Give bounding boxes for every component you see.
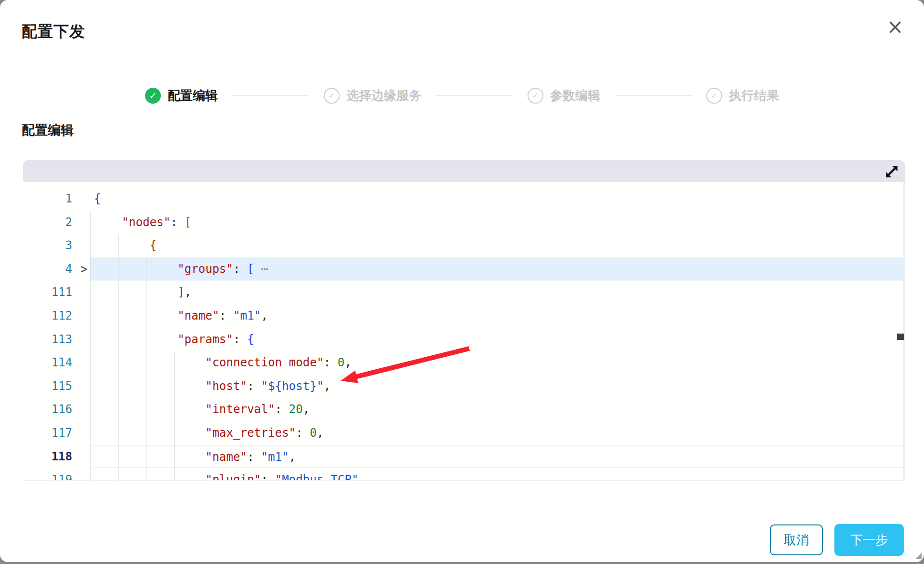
code-line-content[interactable]: { bbox=[90, 187, 905, 211]
code-line-content[interactable]: "plugin": "Modbus TCP" bbox=[90, 468, 905, 481]
code-line[interactable]: 117"max_retries": 0, bbox=[23, 421, 905, 445]
code-line-content[interactable]: "max_retries": 0, bbox=[90, 421, 905, 445]
code-token: "m1" bbox=[233, 309, 261, 322]
code-line[interactable]: 115"host": "${host}", bbox=[23, 375, 905, 398]
code-line[interactable]: 116"interval": 20, bbox=[23, 398, 905, 421]
code-token: "plugin" bbox=[205, 473, 261, 481]
step-label: 选择边缘服务 bbox=[346, 87, 422, 104]
code-token: : bbox=[275, 403, 289, 416]
code-line-content[interactable]: "name": "m1", bbox=[90, 304, 905, 328]
code-token: "nodes" bbox=[122, 215, 171, 229]
code-token: "interval" bbox=[205, 403, 275, 416]
code-token: "groups" bbox=[177, 262, 233, 276]
section-heading: 配置编辑 bbox=[22, 121, 74, 139]
code-line-content[interactable]: "groups": [ ⋯ bbox=[90, 257, 905, 281]
stepper-connector bbox=[615, 95, 692, 96]
code-line[interactable]: 3{ bbox=[23, 234, 905, 257]
fold-chevron-icon[interactable]: > bbox=[80, 255, 87, 282]
code-line-content[interactable]: "host": "${host}", bbox=[90, 375, 905, 398]
editor-body[interactable]: 1{2"nodes": [3{4>"groups": [ ⋯111],112"n… bbox=[23, 182, 905, 481]
code-token: : bbox=[247, 379, 261, 393]
code-token: [ bbox=[247, 262, 254, 276]
code-token: 0 bbox=[338, 356, 344, 369]
close-button[interactable]: × bbox=[883, 14, 908, 40]
code-token: "host" bbox=[205, 379, 247, 393]
code-token: : bbox=[247, 450, 261, 464]
code-line-content[interactable]: ], bbox=[90, 281, 905, 304]
stepper-connector bbox=[232, 95, 309, 96]
step-param-edit: ✓ 参数编辑 bbox=[528, 87, 600, 104]
step-exec-result: ✓ 执行结果 bbox=[706, 87, 779, 104]
code-token: "max_retries" bbox=[205, 426, 296, 440]
gutter: 3 bbox=[23, 234, 90, 257]
code-token: : bbox=[233, 262, 247, 276]
next-step-button[interactable]: 下一步 bbox=[834, 524, 904, 556]
code-token: "name" bbox=[177, 309, 219, 322]
code-line[interactable]: 113"params": { bbox=[23, 328, 905, 351]
gutter: 4> bbox=[23, 257, 90, 281]
step-wait-check-icon: ✓ bbox=[324, 88, 340, 104]
line-number: 1 bbox=[66, 187, 72, 211]
step-label: 参数编辑 bbox=[550, 87, 600, 104]
code-token: : bbox=[219, 309, 233, 322]
code-token: , bbox=[261, 309, 268, 322]
json-code-editor: 1{2"nodes": [3{4>"groups": [ ⋯111],112"n… bbox=[23, 160, 905, 480]
code-token: , bbox=[344, 356, 351, 369]
dialog-header: 配置下发 × bbox=[0, 0, 924, 56]
code-token: "connection_mode" bbox=[205, 356, 324, 369]
wizard-stepper: ✓ 配置编辑 ✓ 选择边缘服务 ✓ 参数编辑 ✓ 执行结果 bbox=[0, 85, 924, 106]
code-token: , bbox=[289, 450, 296, 464]
code-line-content[interactable]: "interval": 20, bbox=[90, 398, 905, 421]
code-token: , bbox=[185, 285, 191, 299]
code-line[interactable]: 111], bbox=[23, 281, 905, 304]
line-number: 4 bbox=[66, 257, 72, 281]
code-line[interactable]: 119"plugin": "Modbus TCP" bbox=[23, 468, 905, 481]
code-token: : bbox=[324, 356, 338, 369]
code-line-content[interactable]: "connection_mode": 0, bbox=[90, 351, 905, 375]
code-line-content[interactable]: "params": { bbox=[90, 328, 905, 351]
code-line-content[interactable]: { bbox=[90, 234, 905, 257]
code-line-content[interactable]: "name": "m1", bbox=[90, 445, 905, 469]
line-number: 115 bbox=[52, 375, 72, 398]
code-token: { bbox=[94, 192, 101, 205]
code-lines: 1{2"nodes": [3{4>"groups": [ ⋯111],112"n… bbox=[23, 187, 905, 481]
step-config-edit: ✓ 配置编辑 bbox=[145, 87, 218, 104]
line-number: 3 bbox=[66, 234, 72, 257]
code-token: "${host}" bbox=[261, 379, 324, 393]
code-line-content[interactable]: "nodes": [ bbox=[90, 211, 905, 234]
step-label: 配置编辑 bbox=[168, 87, 218, 104]
code-token: { bbox=[150, 239, 157, 252]
step-wait-check-icon: ✓ bbox=[706, 88, 722, 104]
line-number: 2 bbox=[66, 211, 72, 234]
editor-scrollbar-thumb[interactable] bbox=[897, 334, 904, 340]
step-wait-check-icon: ✓ bbox=[528, 88, 543, 104]
resize-grip[interactable] bbox=[915, 553, 922, 559]
gutter: 116 bbox=[23, 398, 90, 421]
line-number: 118 bbox=[52, 445, 72, 469]
line-number: 114 bbox=[52, 351, 72, 375]
code-token: "m1" bbox=[261, 450, 289, 464]
gutter: 113 bbox=[23, 328, 90, 351]
cancel-button[interactable]: 取消 bbox=[770, 524, 823, 555]
step-done-check-icon: ✓ bbox=[145, 88, 161, 104]
gutter: 2 bbox=[23, 211, 90, 234]
code-token: "params" bbox=[177, 333, 233, 346]
gutter: 115 bbox=[23, 375, 90, 398]
code-token: : bbox=[233, 333, 247, 346]
code-token: "name" bbox=[205, 450, 247, 464]
code-token: ⋯ bbox=[254, 262, 268, 276]
step-label: 执行结果 bbox=[729, 87, 779, 104]
code-line[interactable]: 118"name": "m1", bbox=[23, 445, 905, 469]
fullscreen-expand-button[interactable] bbox=[882, 161, 902, 182]
line-number: 117 bbox=[52, 421, 72, 445]
code-line[interactable]: 4>"groups": [ ⋯ bbox=[23, 257, 905, 281]
editor-toolbar bbox=[23, 160, 905, 182]
code-line[interactable]: 2"nodes": [ bbox=[23, 211, 905, 234]
code-line[interactable]: 1{ bbox=[23, 187, 905, 211]
gutter: 119 bbox=[23, 468, 90, 481]
gutter: 118 bbox=[23, 445, 90, 469]
code-line[interactable]: 112"name": "m1", bbox=[23, 304, 905, 328]
stepper-connector bbox=[436, 95, 513, 96]
code-line[interactable]: 114"connection_mode": 0, bbox=[23, 351, 905, 375]
code-token: : bbox=[296, 426, 310, 440]
